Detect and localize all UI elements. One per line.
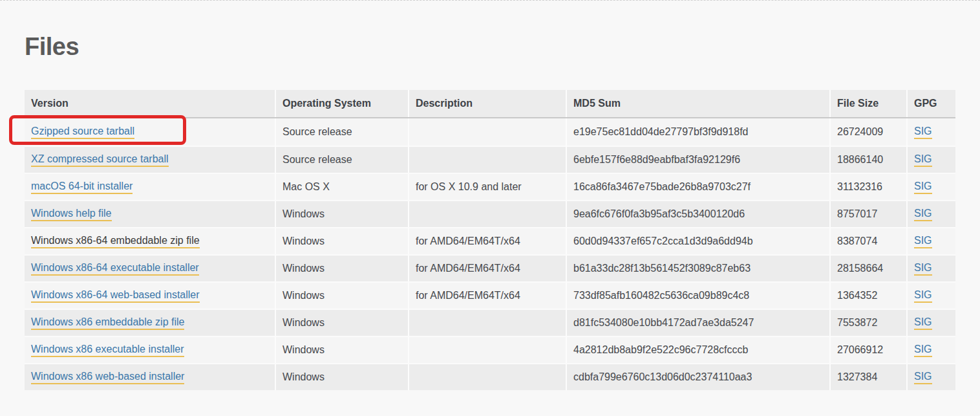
sig-link[interactable]: SIG — [914, 235, 932, 248]
table-row: Windows x86-64 executable installer Wind… — [25, 254, 955, 281]
md5-cell: 733df85afb160482c5636ca09b89c4c8 — [567, 281, 831, 309]
file-link-windows-x86-64-web-based-installer[interactable]: Windows x86-64 web-based installer — [31, 289, 200, 303]
description-cell: for OS X 10.9 and later — [409, 173, 567, 200]
md5-cell: 6ebfe157f6e88d9eabfbaf3fa92129f6 — [567, 146, 831, 173]
file-link-gzipped-source-tarball[interactable]: Gzipped source tarball — [31, 126, 134, 139]
sig-link[interactable]: SIG — [914, 289, 932, 303]
sig-link[interactable]: SIG — [914, 126, 932, 139]
file-size-cell: 8387074 — [831, 227, 908, 254]
file-size-cell: 1364352 — [831, 281, 908, 309]
table-row: Windows x86-64 web-based installer Windo… — [25, 281, 955, 309]
sig-link[interactable]: SIG — [914, 181, 932, 194]
description-cell — [409, 146, 567, 173]
column-header-md5-sum: MD5 Sum — [567, 90, 831, 117]
file-link-windows-help-file[interactable]: Windows help file — [31, 208, 112, 221]
file-link-macos-64-bit-installer[interactable]: macOS 64-bit installer — [31, 181, 133, 194]
file-link-windows-x86-64-embeddable-zip-file[interactable]: Windows x86-64 embeddable zip file — [31, 235, 200, 248]
sig-link[interactable]: SIG — [914, 371, 932, 384]
file-link-windows-x86-executable-installer[interactable]: Windows x86 executable installer — [31, 344, 184, 357]
md5-cell: cdbfa799e6760c13d06d0c2374110aa3 — [567, 363, 831, 390]
description-cell — [409, 309, 567, 336]
table-row: macOS 64-bit installer Mac OS X for OS X… — [25, 173, 955, 200]
column-header-description: Description — [409, 90, 567, 117]
os-cell: Source release — [276, 146, 409, 173]
sig-link[interactable]: SIG — [914, 316, 932, 330]
page-title: Files — [25, 33, 79, 61]
description-cell — [409, 363, 567, 390]
file-size-cell: 31132316 — [831, 173, 908, 200]
file-link-windows-x86-web-based-installer[interactable]: Windows x86 web-based installer — [31, 371, 184, 384]
md5-cell: 4a2812db8ab9f2e522c96c7728cfcccb — [567, 336, 831, 363]
table-row: Windows x86-64 embeddable zip file Windo… — [25, 227, 955, 254]
column-header-version: Version — [25, 90, 276, 117]
os-cell: Windows — [276, 336, 409, 363]
md5-cell: 60d0d94337ef657c2cca1d3d9a6dd94b — [567, 227, 831, 254]
description-cell — [409, 118, 567, 146]
column-header-gpg: GPG — [908, 90, 955, 117]
file-size-cell: 8757017 — [831, 200, 908, 227]
os-cell: Windows — [276, 309, 409, 336]
table-row: XZ compressed source tarball Source rele… — [25, 146, 955, 173]
os-cell: Windows — [276, 227, 409, 254]
file-link-windows-x86-embeddable-zip-file[interactable]: Windows x86 embeddable zip file — [31, 316, 184, 330]
file-size-cell: 1327384 — [831, 363, 908, 390]
md5-cell: 9ea6fc676f0fa3b95af3c5b3400120d6 — [567, 200, 831, 227]
description-cell: for AMD64/EM64T/x64 — [409, 254, 567, 281]
table-row: Windows x86 embeddable zip file Windows … — [25, 309, 955, 336]
files-table: Version Operating System Description MD5… — [25, 90, 955, 390]
column-header-operating-system: Operating System — [276, 90, 409, 117]
file-size-cell: 7553872 — [831, 309, 908, 336]
sig-link[interactable]: SIG — [914, 262, 932, 276]
md5-cell: d81fc534080e10bb4172ad7ae3da5247 — [567, 309, 831, 336]
table-row: Windows help file Windows 9ea6fc676f0fa3… — [25, 200, 955, 227]
file-link-windows-x86-64-executable-installer[interactable]: Windows x86-64 executable installer — [31, 262, 199, 276]
file-size-cell: 27066912 — [831, 336, 908, 363]
table-row: Windows x86 executable installer Windows… — [25, 336, 955, 363]
file-size-cell: 28158664 — [831, 254, 908, 281]
md5-cell: 16ca86fa3467e75bade26b8a9703c27f — [567, 173, 831, 200]
table-header-row: Version Operating System Description MD5… — [25, 90, 955, 118]
column-header-file-size: File Size — [831, 90, 908, 117]
sig-link[interactable]: SIG — [914, 153, 932, 167]
description-cell — [409, 336, 567, 363]
os-cell: Windows — [276, 363, 409, 390]
table-row: Windows x86 web-based installer Windows … — [25, 363, 955, 390]
os-cell: Windows — [276, 254, 409, 281]
os-cell: Windows — [276, 200, 409, 227]
description-cell: for AMD64/EM64T/x64 — [409, 281, 567, 309]
file-size-cell: 26724009 — [831, 118, 908, 146]
description-cell — [409, 200, 567, 227]
sig-link[interactable]: SIG — [914, 344, 932, 357]
sig-link[interactable]: SIG — [914, 208, 932, 221]
os-cell: Source release — [276, 118, 409, 146]
downloads-files-page: Files Version Operating System Descripti… — [0, 0, 980, 416]
md5-cell: b61a33dc28f13b561452f3089c87eb63 — [567, 254, 831, 281]
os-cell: Windows — [276, 281, 409, 309]
os-cell: Mac OS X — [276, 173, 409, 200]
md5-cell: e19e75ec81dd04de27797bf3f9d918fd — [567, 118, 831, 146]
description-cell: for AMD64/EM64T/x64 — [409, 227, 567, 254]
table-row: Gzipped source tarball Source release e1… — [25, 118, 955, 146]
file-size-cell: 18866140 — [831, 146, 908, 173]
file-link-xz-compressed-source-tarball[interactable]: XZ compressed source tarball — [31, 153, 169, 167]
